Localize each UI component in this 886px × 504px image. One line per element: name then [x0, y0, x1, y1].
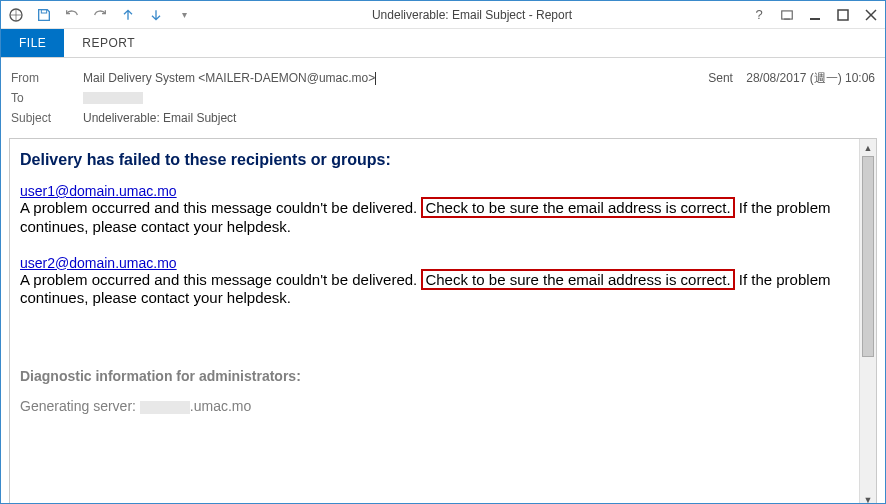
undo-icon[interactable]: [61, 4, 83, 26]
text-cursor: [375, 72, 376, 85]
message-body-panel: Delivery has failed to these recipients …: [9, 138, 877, 504]
from-label: From: [11, 71, 83, 85]
to-value-redacted: [83, 92, 143, 104]
server-name-redacted: [140, 401, 190, 414]
ribbon-tabs: FILE REPORT: [1, 29, 885, 58]
error-text-before: A problem occurred and this message coul…: [20, 271, 417, 288]
tab-file[interactable]: FILE: [1, 29, 64, 57]
svg-rect-2: [782, 10, 793, 18]
window-controls: ?: [749, 5, 881, 25]
redo-icon[interactable]: [89, 4, 111, 26]
scroll-down-arrow-icon[interactable]: ▼: [860, 491, 876, 504]
vertical-scrollbar[interactable]: ▲ ▼: [859, 139, 876, 504]
failure-heading: Delivery has failed to these recipients …: [20, 151, 848, 169]
qat-customize-icon[interactable]: ▾: [173, 4, 195, 26]
sent-info: Sent 28/08/2017 (週一) 10:06: [708, 70, 875, 87]
subject-label: Subject: [11, 111, 83, 125]
error-message: A problem occurred and this message coul…: [20, 199, 848, 237]
next-item-icon[interactable]: [145, 4, 167, 26]
sent-value: 28/08/2017 (週一) 10:06: [746, 71, 875, 85]
error-highlight-box: Check to be sure the email address is co…: [421, 269, 734, 290]
close-button[interactable]: [861, 5, 881, 25]
message-header: From Mail Delivery System <MAILER-DAEMON…: [1, 58, 885, 134]
help-icon[interactable]: ?: [749, 5, 769, 25]
tab-report[interactable]: REPORT: [64, 29, 153, 57]
error-text-before: A problem occurred and this message coul…: [20, 199, 417, 216]
quick-access-toolbar: ▾: [5, 4, 195, 26]
save-icon[interactable]: [33, 4, 55, 26]
generating-server-label: Generating server:: [20, 398, 140, 414]
minimize-button[interactable]: [805, 5, 825, 25]
error-highlight-box: Check to be sure the email address is co…: [421, 197, 734, 218]
ribbon-display-icon[interactable]: [777, 5, 797, 25]
app-icon: [5, 4, 27, 26]
from-value: Mail Delivery System <MAILER-DAEMON@umac…: [83, 71, 375, 85]
scroll-track[interactable]: [860, 156, 876, 491]
message-body: Delivery has failed to these recipients …: [10, 139, 858, 504]
sent-label: Sent: [708, 71, 733, 85]
scroll-up-arrow-icon[interactable]: ▲: [860, 139, 876, 156]
error-message: A problem occurred and this message coul…: [20, 271, 848, 309]
svg-rect-4: [838, 10, 848, 20]
scroll-thumb[interactable]: [862, 156, 874, 357]
maximize-button[interactable]: [833, 5, 853, 25]
title-bar: ▾ Undeliverable: Email Subject - Report …: [1, 1, 885, 29]
to-label: To: [11, 91, 83, 105]
window-title: Undeliverable: Email Subject - Report: [195, 8, 749, 22]
previous-item-icon[interactable]: [117, 4, 139, 26]
generating-server-line: Generating server: .umac.mo: [20, 398, 848, 414]
subject-value: Undeliverable: Email Subject: [83, 111, 236, 125]
server-suffix: .umac.mo: [190, 398, 251, 414]
diagnostic-heading: Diagnostic information for administrator…: [20, 368, 848, 384]
